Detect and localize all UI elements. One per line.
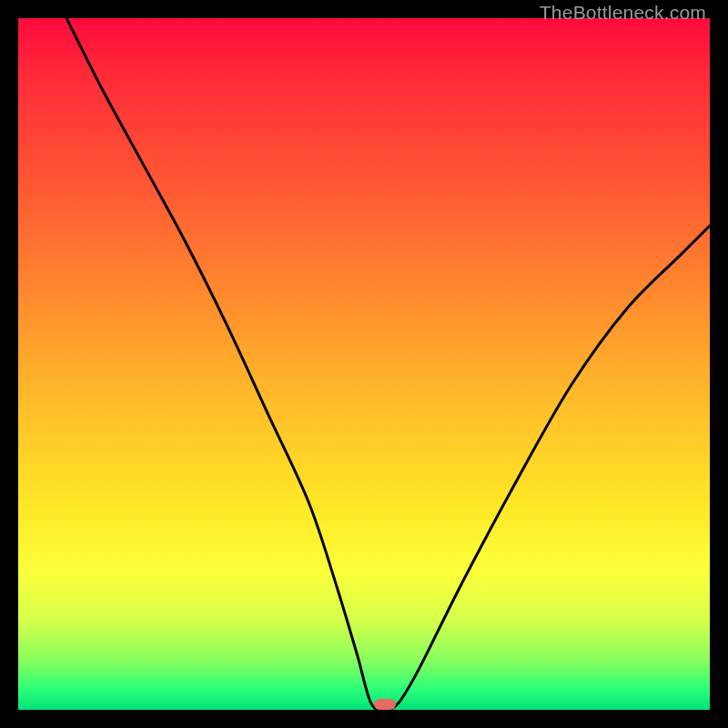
- bottleneck-curve: [18, 18, 710, 710]
- plot-area: [18, 18, 710, 710]
- watermark-text: TheBottleneck.com: [540, 2, 706, 24]
- chart-frame: TheBottleneck.com: [0, 0, 728, 728]
- minimum-marker: [374, 699, 396, 710]
